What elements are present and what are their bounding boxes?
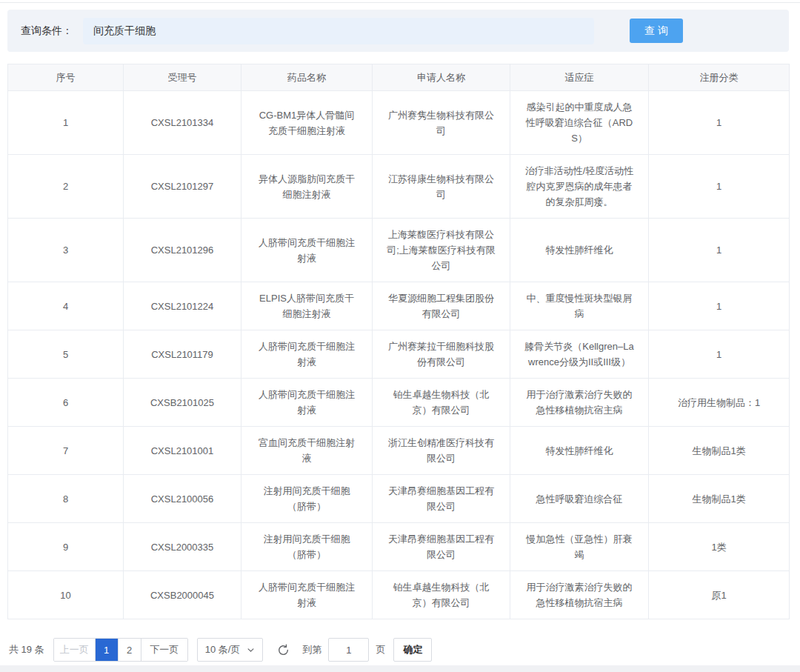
table-row: 3CXSL2101296人脐带间充质干细胞注射液上海莱馥医疗科技有限公司;上海莱… bbox=[8, 219, 790, 282]
table-cell: 6 bbox=[8, 379, 124, 427]
results-table-container: 序号受理号药品名称申请人名称适应症注册分类 1CXSL2101334CG-BM1… bbox=[7, 64, 789, 619]
pagination-bar: 共 19 条 上一页 12下一页 10 条/页 到第 页 确定 bbox=[9, 638, 432, 662]
table-cell: 江苏得康生物科技有限公司 bbox=[373, 155, 510, 219]
column-header: 受理号 bbox=[124, 64, 241, 91]
table-cell: 用于治疗激素治疗失败的急性移植物抗宿主病 bbox=[510, 571, 649, 619]
table-cell: 人脐带间充质干细胞注射液 bbox=[241, 219, 373, 282]
search-input[interactable] bbox=[83, 18, 594, 44]
table-cell: 1 bbox=[649, 282, 790, 330]
column-header: 序号 bbox=[8, 64, 124, 91]
table-cell: CXSL2101001 bbox=[124, 427, 241, 475]
page: 查询条件： 查 询 序号受理号药品名称申请人名称适应症注册分类 1CXSL210… bbox=[0, 0, 800, 672]
table-cell: 铂生卓越生物科技（北京）有限公司 bbox=[373, 379, 510, 427]
table-cell: 华夏源细胞工程集团股份有限公司 bbox=[373, 282, 510, 330]
chevron-down-icon bbox=[247, 646, 255, 654]
table-cell: 广州赛隽生物科技有限公司 bbox=[373, 91, 510, 155]
table-cell: CG-BM1异体人骨髓间充质干细胞注射液 bbox=[241, 91, 373, 155]
table-cell: 1 bbox=[8, 91, 124, 155]
table-cell: 膝骨关节炎（Kellgren–Lawrence分级为II或III级） bbox=[510, 330, 649, 379]
column-header: 申请人名称 bbox=[373, 64, 510, 91]
table-row: 7CXSL2101001宫血间充质干细胞注射液浙江生创精准医疗科技有限公司特发性… bbox=[8, 427, 790, 475]
page-number-button-2[interactable]: 2 bbox=[119, 639, 141, 661]
table-cell: CXSL2101179 bbox=[124, 330, 241, 379]
table-cell: 治疗非活动性/轻度活动性腔内克罗恩病的成年患者的复杂肛周瘘。 bbox=[510, 155, 649, 219]
goto-page-prefix-label: 到第 bbox=[302, 643, 321, 656]
table-cell: 特发性肺纤维化 bbox=[510, 219, 649, 282]
pager-group: 上一页 12下一页 bbox=[53, 638, 188, 662]
table-cell: 天津昂赛细胞基因工程有限公司 bbox=[373, 475, 510, 523]
table-cell: 慢加急性（亚急性）肝衰竭 bbox=[510, 523, 649, 571]
table-cell: 人脐带间充质干细胞注射液 bbox=[241, 571, 373, 619]
column-header: 药品名称 bbox=[241, 64, 373, 91]
goto-page-suffix-label: 页 bbox=[376, 643, 385, 656]
table-cell: 感染引起的中重度成人急性呼吸窘迫综合征（ARDS） bbox=[510, 91, 649, 155]
table-cell: 1类 bbox=[649, 523, 790, 571]
table-cell: 1 bbox=[649, 155, 790, 219]
table-body: 1CXSL2101334CG-BM1异体人骨髓间充质干细胞注射液广州赛隽生物科技… bbox=[8, 91, 790, 619]
table-cell: 4 bbox=[8, 282, 124, 330]
table-cell: 生物制品1类 bbox=[649, 427, 790, 475]
table-cell: 浙江生创精准医疗科技有限公司 bbox=[373, 427, 510, 475]
table-cell: 3 bbox=[8, 219, 124, 282]
top-divider bbox=[0, 2, 800, 3]
table-row: 8CXSL2100056注射用间充质干细胞（脐带）天津昂赛细胞基因工程有限公司急… bbox=[8, 475, 790, 523]
table-cell: 异体人源脂肪间充质干细胞注射液 bbox=[241, 155, 373, 219]
table-cell: ELPIS人脐带间充质干细胞注射液 bbox=[241, 282, 373, 330]
table-cell: CXSB2000045 bbox=[124, 571, 241, 619]
results-table: 序号受理号药品名称申请人名称适应症注册分类 1CXSL2101334CG-BM1… bbox=[7, 64, 790, 619]
table-cell: 天津昂赛细胞基因工程有限公司 bbox=[373, 523, 510, 571]
table-cell: CXSL2000335 bbox=[124, 523, 241, 571]
page-number-button-1[interactable]: 1 bbox=[96, 639, 119, 661]
page-size-value: 10 条/页 bbox=[205, 643, 241, 656]
table-cell: 急性呼吸窘迫综合征 bbox=[510, 475, 649, 523]
table-row: 4CXSL2101224ELPIS人脐带间充质干细胞注射液华夏源细胞工程集团股份… bbox=[8, 282, 790, 330]
table-cell: 生物制品1类 bbox=[649, 475, 790, 523]
confirm-button[interactable]: 确定 bbox=[393, 638, 432, 662]
table-cell: 7 bbox=[8, 427, 124, 475]
column-header: 注册分类 bbox=[649, 64, 790, 91]
table-cell: CXSB2101025 bbox=[124, 379, 241, 427]
table-cell: 用于治疗激素治疗失败的急性移植物抗宿主病 bbox=[510, 379, 649, 427]
table-cell: CXSL2100056 bbox=[124, 475, 241, 523]
table-cell: 宫血间充质干细胞注射液 bbox=[241, 427, 373, 475]
table-cell: 注射用间充质干细胞（脐带） bbox=[241, 475, 373, 523]
table-cell: 特发性肺纤维化 bbox=[510, 427, 649, 475]
table-cell: 原1 bbox=[649, 571, 790, 619]
table-cell: CXSL2101297 bbox=[124, 155, 241, 219]
total-count-label: 共 19 条 bbox=[9, 643, 44, 656]
table-row: 2CXSL2101297异体人源脂肪间充质干细胞注射液江苏得康生物科技有限公司治… bbox=[8, 155, 790, 219]
table-cell: 10 bbox=[8, 571, 124, 619]
next-page-button[interactable]: 下一页 bbox=[141, 639, 187, 661]
column-header: 适应症 bbox=[510, 64, 649, 91]
table-cell: 广州赛莱拉干细胞科技股份有限公司 bbox=[373, 330, 510, 379]
table-cell: CXSL2101224 bbox=[124, 282, 241, 330]
table-row: 9CXSL2000335注射用间充质干细胞（脐带）天津昂赛细胞基因工程有限公司慢… bbox=[8, 523, 790, 571]
table-cell: 8 bbox=[8, 475, 124, 523]
bottom-edge-strip bbox=[0, 665, 800, 672]
goto-page-input[interactable] bbox=[328, 638, 369, 662]
table-cell: 人脐带间充质干细胞注射液 bbox=[241, 330, 373, 379]
table-cell: 5 bbox=[8, 330, 124, 379]
table-cell: 治疗用生物制品：1 bbox=[649, 379, 790, 427]
table-cell: CXSL2101334 bbox=[124, 91, 241, 155]
table-header-row: 序号受理号药品名称申请人名称适应症注册分类 bbox=[8, 64, 790, 91]
search-condition-label: 查询条件： bbox=[21, 24, 73, 38]
search-button[interactable]: 查 询 bbox=[630, 19, 683, 43]
table-row: 10CXSB2000045人脐带间充质干细胞注射液铂生卓越生物科技（北京）有限公… bbox=[8, 571, 790, 619]
table-cell: 中、重度慢性斑块型银屑病 bbox=[510, 282, 649, 330]
table-cell: 9 bbox=[8, 523, 124, 571]
table-row: 6CXSB2101025人脐带间充质干细胞注射液铂生卓越生物科技（北京）有限公司… bbox=[8, 379, 790, 427]
table-cell: 人脐带间充质干细胞注射液 bbox=[241, 379, 373, 427]
table-cell: 1 bbox=[649, 330, 790, 379]
refresh-icon[interactable] bbox=[276, 642, 290, 657]
table-cell: CXSL2101296 bbox=[124, 219, 241, 282]
table-cell: 注射用间充质干细胞（脐带） bbox=[241, 523, 373, 571]
prev-page-button[interactable]: 上一页 bbox=[54, 639, 96, 661]
table-cell: 上海莱馥医疗科技有限公司;上海莱馥医疗科技有限公司 bbox=[373, 219, 510, 282]
table-row: 1CXSL2101334CG-BM1异体人骨髓间充质干细胞注射液广州赛隽生物科技… bbox=[8, 91, 790, 155]
search-panel: 查询条件： 查 询 bbox=[7, 10, 789, 52]
table-cell: 1 bbox=[649, 219, 790, 282]
page-size-select[interactable]: 10 条/页 bbox=[197, 638, 264, 662]
table-cell: 2 bbox=[8, 155, 124, 219]
table-row: 5CXSL2101179人脐带间充质干细胞注射液广州赛莱拉干细胞科技股份有限公司… bbox=[8, 330, 790, 379]
